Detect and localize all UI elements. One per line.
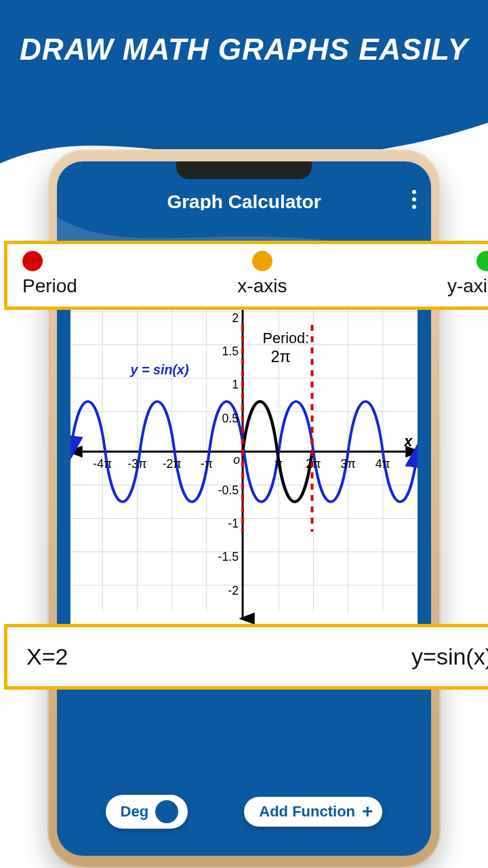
svg-text:2π: 2π <box>306 457 321 471</box>
svg-text:Period:: Period: <box>263 330 310 347</box>
svg-text:-0.5: -0.5 <box>218 484 239 497</box>
svg-text:1.5: 1.5 <box>222 344 239 358</box>
svg-text:π: π <box>274 457 283 471</box>
equation-y: y=sin(x) <box>411 644 488 670</box>
chart-svg: y x o y = sin(x) Period: 2π 2 1.5 1 0.5 … <box>70 262 418 642</box>
legend-bar: Period x-axis y-axis <box>4 241 488 310</box>
dot-green-icon <box>476 251 488 271</box>
svg-text:-4π: -4π <box>93 457 112 471</box>
graph-area[interactable]: y x o y = sin(x) Period: 2π 2 1.5 1 0.5 … <box>70 262 418 642</box>
phone-notch <box>176 161 312 179</box>
svg-text:-π: -π <box>201 457 213 471</box>
equation-bar: X=2 y=sin(x) <box>4 624 488 690</box>
svg-text:1: 1 <box>232 378 239 391</box>
svg-text:2: 2 <box>232 311 239 325</box>
svg-text:-1.5: -1.5 <box>218 550 239 564</box>
svg-text:o: o <box>233 453 240 467</box>
dot-orange-icon <box>252 251 272 271</box>
svg-text:x: x <box>403 433 413 450</box>
svg-text:-1: -1 <box>228 517 239 530</box>
hero-title: DRAW MATH GRAPHS EASILY <box>0 0 488 66</box>
overflow-menu-icon[interactable] <box>412 190 416 209</box>
dot-red-icon <box>22 251 43 271</box>
plus-icon: + <box>362 802 373 821</box>
svg-text:4π: 4π <box>375 457 390 471</box>
bottom-controls: Deg Add Function + <box>57 795 431 829</box>
equation-x: X=2 <box>26 644 68 670</box>
legend-y-axis: y-axis <box>447 251 488 297</box>
svg-text:0.5: 0.5 <box>222 412 239 425</box>
svg-text:-2π: -2π <box>163 457 182 471</box>
svg-text:3π: 3π <box>341 457 356 471</box>
angle-mode-toggle[interactable]: Deg <box>106 795 188 829</box>
svg-text:-2: -2 <box>228 584 239 597</box>
toggle-knob <box>155 800 178 823</box>
svg-text:2π: 2π <box>270 348 290 366</box>
angle-mode-label: Deg <box>121 803 149 821</box>
legend-period: Period <box>22 251 77 297</box>
svg-text:-3π: -3π <box>127 457 146 471</box>
add-function-button[interactable]: Add Function + <box>244 797 382 827</box>
add-function-label: Add Function <box>259 803 355 821</box>
legend-x-axis: x-axis <box>237 251 287 297</box>
svg-text:y = sin(x): y = sin(x) <box>130 362 189 377</box>
